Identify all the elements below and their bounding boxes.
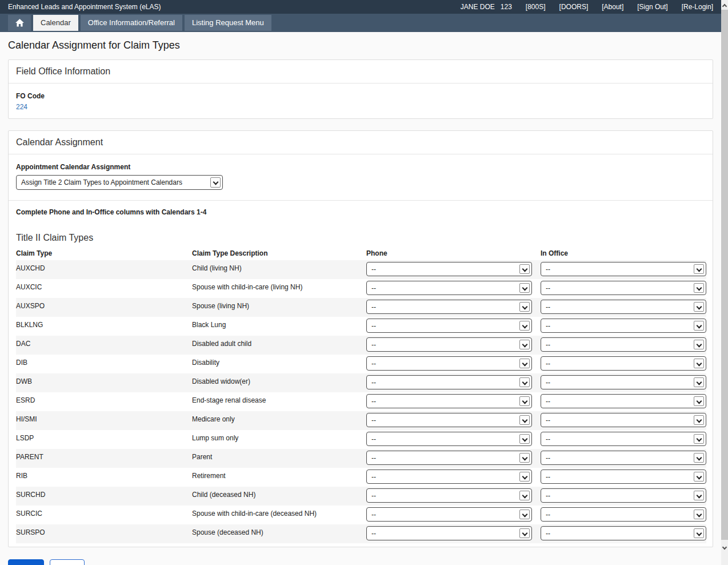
scroll-down-icon[interactable] [721,543,728,553]
field-office-panel-title: Field Office Information [9,60,713,83]
phone-calendar-select[interactable]: -- [366,526,532,540]
select-value: -- [546,397,550,405]
topbar-link-about[interactable]: [About] [602,3,623,11]
phone-calendar-select[interactable]: -- [366,488,532,503]
in-office-calendar-select[interactable]: -- [541,300,706,314]
topbar-link-re-login[interactable]: [Re-Login] [682,3,713,11]
phone-calendar-select[interactable]: -- [366,262,532,276]
navbar: CalendarOffice Information/ReferralListi… [0,14,721,32]
claim-type-description: Disabled widow(er) [192,373,366,385]
chevron-down-icon [519,415,530,425]
claim-type-code: AUXSPO [16,298,192,310]
scroll-up-icon[interactable] [721,0,728,10]
tab-office-information-referral[interactable]: Office Information/Referral [81,15,182,31]
claim-type-description: Child (living NH) [192,260,366,272]
in-office-cell: -- [541,468,706,484]
select-value: -- [546,284,550,292]
select-value: -- [546,360,550,368]
table-row: PARENTParent---- [16,449,706,468]
chevron-down-icon [519,302,530,312]
phone-calendar-select[interactable]: -- [366,300,532,314]
phone-calendar-select[interactable]: -- [366,413,532,427]
done-button[interactable]: Done [8,559,44,565]
fo-code-link[interactable]: 224 [16,103,705,111]
claim-type-code: SURSPO [16,524,192,536]
back-button[interactable]: Back [50,559,85,565]
in-office-calendar-select[interactable]: -- [541,507,706,522]
select-value: -- [371,416,376,424]
select-value: -- [371,530,376,538]
topbar-link-doors[interactable]: [DOORS] [559,3,589,11]
phone-calendar-select[interactable]: -- [366,394,532,408]
tab-listing-request-menu[interactable]: Listing Request Menu [185,15,271,31]
phone-calendar-select[interactable]: -- [366,451,532,465]
assignment-dropdown[interactable]: Assign Title 2 Claim Types to Appointmen… [16,175,223,190]
in-office-calendar-select[interactable]: -- [541,488,706,503]
select-value: -- [371,511,376,519]
in-office-cell: -- [541,279,706,295]
home-tab[interactable] [8,15,31,31]
in-office-calendar-select[interactable]: -- [541,375,706,389]
chevron-down-icon [519,340,530,349]
field-office-panel-body: FO Code 224 [9,83,713,118]
in-office-calendar-select[interactable]: -- [541,281,706,295]
table-row: DIBDisability---- [16,355,706,373]
calendar-assignment-panel: Calendar Assignment Appointment Calendar… [8,130,713,547]
phone-calendar-select[interactable]: -- [366,375,532,389]
in-office-calendar-select[interactable]: -- [541,356,706,371]
claim-type-code: LSDP [16,430,192,442]
table-header-row: Claim Type Claim Type Description Phone … [16,249,706,260]
chevron-down-icon [694,302,704,312]
select-value: -- [371,454,376,462]
phone-calendar-select[interactable]: -- [366,319,532,333]
phone-cell: -- [366,430,541,446]
phone-calendar-select[interactable]: -- [366,337,532,352]
in-office-cell: -- [541,392,706,408]
select-value: -- [546,322,550,330]
select-value: -- [371,341,376,349]
topbar-link-800s[interactable]: [800S] [526,3,546,11]
chevron-down-icon [519,321,530,331]
in-office-calendar-select[interactable]: -- [541,319,706,333]
phone-calendar-select[interactable]: -- [366,432,532,446]
in-office-cell: -- [541,298,706,314]
in-office-calendar-select[interactable]: -- [541,394,706,408]
select-value: -- [546,530,550,538]
phone-cell: -- [366,317,541,333]
field-office-panel: Field Office Information FO Code 224 [8,59,713,119]
phone-calendar-select[interactable]: -- [366,469,532,484]
select-value: -- [546,265,550,273]
chevron-down-icon [694,453,704,463]
table-row: AUXCHDChild (living NH)---- [16,260,706,279]
table-body: AUXCHDChild (living NH)----AUXCICSpouse … [16,260,706,543]
in-office-cell: -- [541,430,706,446]
phone-calendar-select[interactable]: -- [366,356,532,371]
scrollbar-thumb[interactable] [721,10,728,540]
vertical-scrollbar[interactable] [721,0,728,565]
in-office-calendar-select[interactable]: -- [541,451,706,465]
select-value: -- [371,435,376,443]
claim-type-code: SURCIC [16,506,192,518]
in-office-calendar-select[interactable]: -- [541,432,706,446]
in-office-calendar-select[interactable]: -- [541,262,706,276]
tab-calendar[interactable]: Calendar [33,15,78,31]
in-office-calendar-select[interactable]: -- [541,413,706,427]
column-header-claim-type: Claim Type [16,249,192,257]
claim-type-description: Spouse (living NH) [192,298,366,310]
select-value: -- [546,379,550,387]
claim-types-table: Claim Type Claim Type Description Phone … [9,249,713,547]
phone-calendar-select[interactable]: -- [366,507,532,522]
in-office-cell: -- [541,355,706,371]
phone-calendar-select[interactable]: -- [366,281,532,295]
user-name: JANE DOE [461,3,495,11]
in-office-cell: -- [541,411,706,427]
in-office-cell: -- [541,506,706,522]
user-number: 123 [501,3,512,11]
home-icon [15,19,24,27]
chevron-down-icon [694,396,704,406]
topbar-link-sign-out[interactable]: [Sign Out] [637,3,667,11]
in-office-calendar-select[interactable]: -- [541,469,706,484]
in-office-calendar-select[interactable]: -- [541,526,706,540]
page-title: Calendar Assignment for Claim Types [8,39,713,51]
in-office-calendar-select[interactable]: -- [541,337,706,352]
